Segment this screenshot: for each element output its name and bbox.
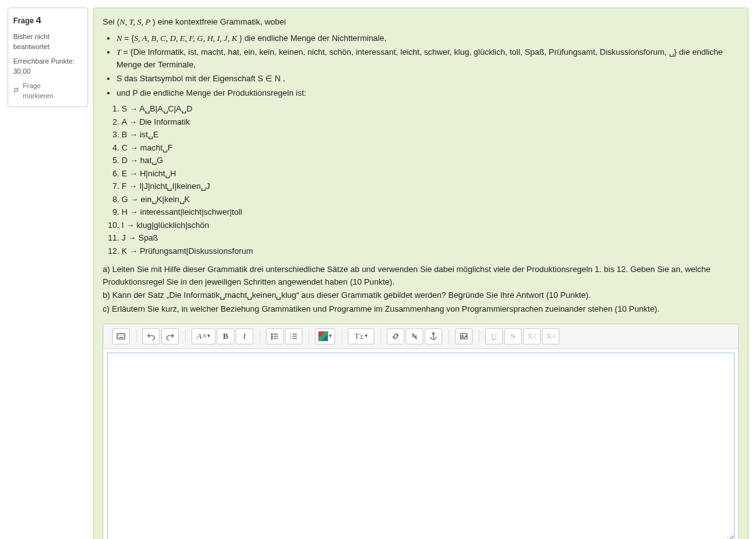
italic-button[interactable]: I xyxy=(236,328,253,344)
superscript-button[interactable]: X2 xyxy=(542,328,559,344)
production-rule: E → H|nicht␣H xyxy=(122,167,739,180)
production-rule: D → hat␣G xyxy=(122,154,739,167)
underline-button[interactable]: U xyxy=(485,328,503,344)
svg-point-7 xyxy=(272,336,273,337)
text-color-button[interactable]: ▾ xyxy=(315,328,335,344)
production-rule: J → Spaß xyxy=(122,232,739,244)
svg-rect-0 xyxy=(117,334,125,339)
task-a: a) Leiten Sie mit Hilfe dieser Grammatik… xyxy=(103,263,739,288)
production-rules-list: S → A␣B|A␣C|A␣DA → Die InformatikB → ist… xyxy=(122,103,739,257)
anchor-button[interactable] xyxy=(425,328,442,344)
svg-point-8 xyxy=(272,338,273,339)
resize-grip-icon[interactable] xyxy=(725,532,733,539)
undo-button[interactable] xyxy=(142,328,160,344)
svg-text:3: 3 xyxy=(290,337,292,340)
flag-question-link[interactable]: Fragemarkieren xyxy=(13,81,83,101)
svg-point-21 xyxy=(462,335,463,336)
font-size-button[interactable]: T±▾ xyxy=(348,328,374,344)
question-info-box: Frage 4 Bisher nichtbeantwortet Erreichb… xyxy=(8,8,88,107)
question-number: Frage 4 xyxy=(13,13,83,28)
production-rule: F → I|J|nicht␣I|keinen␣J xyxy=(122,180,739,193)
production-rule: I → klug|glücklich|schön xyxy=(122,219,739,232)
task-c: c) Erläutern Sie kurz, in welcher Bezieh… xyxy=(103,303,739,315)
image-button[interactable] xyxy=(455,328,472,344)
question-intro: Sei (N, T, S, P ) eine kontextfreie Gram… xyxy=(103,16,739,28)
production-rule: A → Die Informatik xyxy=(122,116,739,128)
bullet-list-button[interactable] xyxy=(266,328,284,344)
question-content: Sei (N, T, S, P ) eine kontextfreie Gram… xyxy=(93,8,748,539)
redo-button[interactable] xyxy=(161,328,179,344)
production-rule: K → Prüfungsamt|Diskussionsforum xyxy=(122,245,739,258)
answer-editor: AA▾ B I 123 ▾ T±▾ xyxy=(103,324,739,539)
svg-point-18 xyxy=(433,332,435,334)
production-rule: G → ein␣K|kein␣K xyxy=(122,193,739,206)
font-family-button[interactable]: AA▾ xyxy=(192,328,215,344)
production-rule: S → A␣B|A␣C|A␣D xyxy=(122,103,739,115)
link-button[interactable] xyxy=(387,328,404,344)
tasks: a) Leiten Sie mit Hilfe dieser Grammatik… xyxy=(103,263,739,315)
svg-line-22 xyxy=(726,533,733,539)
numbered-list-button[interactable]: 123 xyxy=(285,328,302,344)
production-rule: H → interessant|leicht|schwer|toll xyxy=(122,206,739,218)
subscript-button[interactable]: X2 xyxy=(523,328,541,344)
def-terminals: T = {Die Informatik, ist, macht, hat, ei… xyxy=(117,46,739,71)
unlink-button[interactable] xyxy=(406,328,423,344)
def-productions: und P die endliche Menge der Produktions… xyxy=(117,87,739,99)
question-status: Bisher nichtbeantwortet xyxy=(13,31,83,52)
svg-point-6 xyxy=(272,334,273,335)
definition-list: N = {S, A, B, C, D, E, F, G, H, I, J, K … xyxy=(117,32,739,99)
editor-toolbar: AA▾ B I 123 ▾ T±▾ xyxy=(103,324,738,349)
bold-button[interactable]: B xyxy=(217,328,234,344)
keyboard-icon[interactable] xyxy=(112,328,130,344)
def-nonterminals: N = {S, A, B, C, D, E, F, G, H, I, J, K … xyxy=(117,32,739,45)
flag-icon xyxy=(13,88,20,94)
def-start: S das Startsymbol mit der Eigenschaft S … xyxy=(117,72,739,85)
production-rule: B → ist␣E xyxy=(122,128,739,141)
svg-line-23 xyxy=(729,536,733,539)
strike-button[interactable]: S xyxy=(504,328,522,344)
question-points: Erreichbare Punkte:30,00 xyxy=(13,56,83,77)
task-b: b) Kann der Satz „Die Informatik␣macht␣k… xyxy=(103,289,739,302)
production-rule: C → macht␣F xyxy=(122,142,739,154)
answer-textarea[interactable] xyxy=(107,353,735,539)
